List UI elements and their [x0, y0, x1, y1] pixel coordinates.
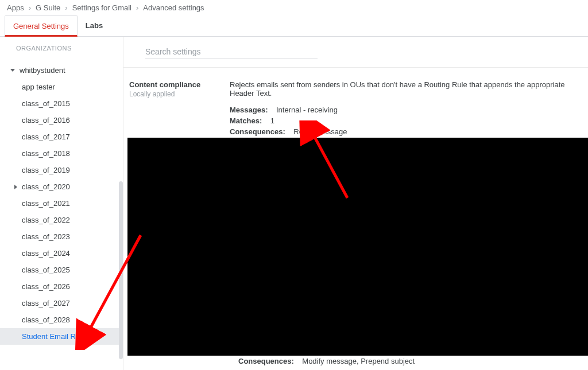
- sidebar-item-label: class_of_2026: [22, 282, 70, 291]
- breadcrumb-item[interactable]: G Suite: [36, 3, 60, 12]
- sidebar-item-label: app tester: [22, 83, 55, 91]
- matches-row: Matches: 1: [230, 116, 588, 125]
- tab-general-settings[interactable]: General Settings: [5, 15, 78, 37]
- tab-labs[interactable]: Labs: [78, 15, 111, 36]
- caret-right-icon: [14, 185, 17, 189]
- sidebar-item-class-2025[interactable]: class_of_2025: [0, 262, 123, 278]
- sidebar-item-class-2015[interactable]: class_of_2015: [0, 95, 123, 112]
- redacted-area: [127, 138, 588, 356]
- sidebar-item-app-tester[interactable]: app tester: [0, 79, 123, 95]
- breadcrumb-item[interactable]: Settings for Gmail: [72, 3, 131, 12]
- consequences-label: Consequences:: [238, 357, 294, 365]
- sidebar-item-label: Student Email Restri…: [22, 332, 98, 341]
- consequences-value: Modify message, Prepend subject: [302, 357, 415, 365]
- sidebar-item-class-2022[interactable]: class_of_2022: [0, 212, 123, 228]
- sidebar-item-label: class_of_2018: [22, 149, 70, 158]
- scrollbar[interactable]: [119, 181, 123, 359]
- sidebar-item-student-email-restrictions[interactable]: Student Email Restri…: [0, 328, 123, 345]
- breadcrumb: Apps › G Suite › Settings for Gmail › Ad…: [0, 0, 588, 15]
- sidebar-item-label: class_of_2021: [22, 199, 70, 208]
- sidebar-item-class-2026[interactable]: class_of_2026: [0, 278, 123, 295]
- matches-label: Matches:: [230, 116, 262, 125]
- consequences-value: Reject message: [293, 127, 347, 136]
- consequences-row-partial: Consequences: Modify message, Prepend su…: [238, 357, 415, 365]
- sidebar-item-class-2028[interactable]: class_of_2028: [0, 311, 123, 328]
- sidebar: ORGANIZATIONS Student Special whitbystud…: [0, 37, 123, 370]
- sidebar-item-label: class_of_2016: [22, 116, 70, 124]
- sidebar-item-class-2016[interactable]: class_of_2016: [0, 112, 123, 128]
- messages-label: Messages:: [230, 106, 268, 114]
- consequences-row: Consequences: Reject message: [230, 127, 588, 136]
- chevron-right-icon: ›: [65, 3, 67, 12]
- section-title: Content compliance: [129, 80, 230, 89]
- organizations-header: ORGANIZATIONS: [0, 37, 123, 57]
- caret-down-icon: [10, 69, 15, 72]
- sidebar-item-label: class_of_2023: [22, 232, 70, 241]
- sidebar-item-label: whitbystudent: [20, 66, 65, 75]
- rule-description: Rejects emails sent from senders in OUs …: [230, 80, 588, 98]
- consequences-label: Consequences:: [230, 127, 285, 136]
- sidebar-item-truncated[interactable]: Student Special: [0, 57, 123, 62]
- tabs: General Settings Labs: [0, 15, 588, 37]
- chevron-right-icon: ›: [136, 3, 138, 12]
- section-subtitle: Locally applied: [129, 90, 230, 98]
- breadcrumb-item[interactable]: Apps: [7, 3, 24, 12]
- sidebar-item-label: class_of_2022: [22, 216, 70, 224]
- sidebar-item-class-2020[interactable]: class_of_2020: [0, 178, 123, 195]
- sidebar-item-label: class_of_2025: [22, 266, 70, 274]
- sidebar-item-class-2017[interactable]: class_of_2017: [0, 128, 123, 145]
- chevron-right-icon: ›: [29, 3, 31, 12]
- sidebar-item-class-2027[interactable]: class_of_2027: [0, 295, 123, 311]
- sidebar-item-label: class_of_2028: [22, 316, 70, 324]
- search-input[interactable]: [145, 45, 318, 59]
- messages-row: Messages: Internal - receiving: [230, 106, 588, 114]
- sidebar-item-label: class_of_2015: [22, 99, 70, 108]
- breadcrumb-item[interactable]: Advanced settings: [143, 3, 204, 12]
- sidebar-item-class-2024[interactable]: class_of_2024: [0, 245, 123, 262]
- sidebar-item-class-2023[interactable]: class_of_2023: [0, 228, 123, 245]
- matches-value: 1: [270, 116, 274, 125]
- sidebar-item-class-2018[interactable]: class_of_2018: [0, 145, 123, 162]
- sidebar-item-whitbystudent[interactable]: whitbystudent: [0, 62, 123, 79]
- sidebar-item-label: class_of_2017: [22, 133, 70, 141]
- sidebar-item-label: class_of_2027: [22, 299, 70, 307]
- sidebar-item-label: class_of_2019: [22, 166, 70, 174]
- sidebar-item-class-2019[interactable]: class_of_2019: [0, 162, 123, 178]
- messages-value: Internal - receiving: [276, 106, 338, 114]
- sidebar-item-class-2021[interactable]: class_of_2021: [0, 195, 123, 212]
- sidebar-item-label: class_of_2024: [22, 249, 70, 258]
- sidebar-item-label: class_of_2020: [22, 182, 70, 191]
